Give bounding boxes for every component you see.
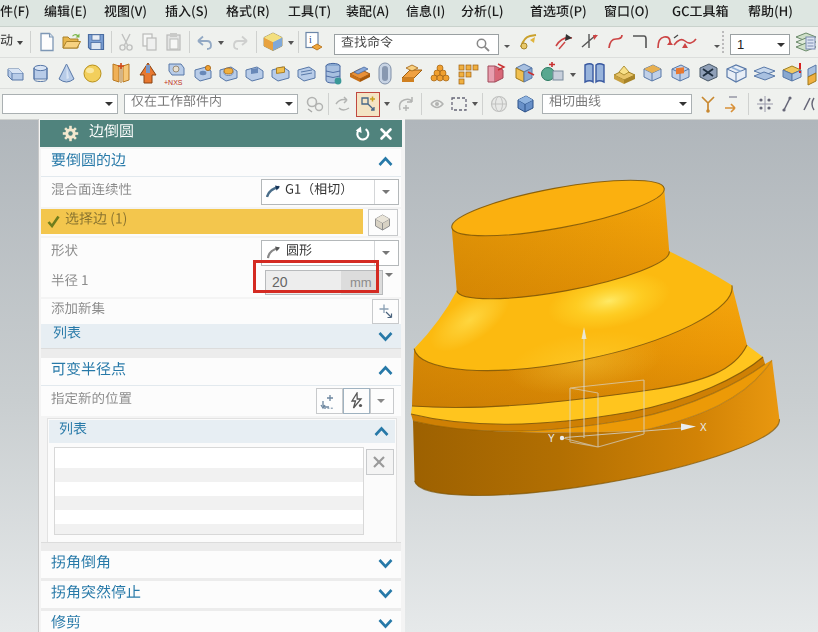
svg-text:Y: Y — [548, 433, 555, 444]
svg-text:X: X — [700, 422, 707, 433]
svg-text:+NXS: +NXS — [164, 79, 183, 86]
svg-text:i: i — [309, 34, 312, 45]
